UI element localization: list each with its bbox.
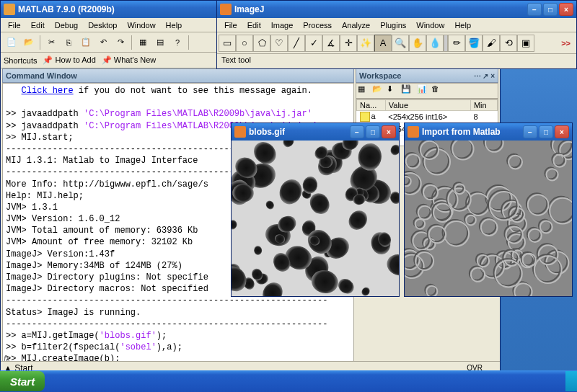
tool-oval-icon[interactable]: ○ bbox=[236, 35, 253, 52]
simulink-icon[interactable]: ▦ bbox=[135, 35, 151, 50]
tool-brush-icon[interactable]: 🖌 bbox=[483, 35, 500, 52]
imagej-title: ImageJ bbox=[234, 4, 527, 14]
maximize-button[interactable]: □ bbox=[366, 125, 380, 138]
howto-link[interactable]: 📌 How to Add bbox=[43, 55, 95, 65]
imagej-status: Text tool bbox=[217, 54, 576, 68]
tool-hand-icon[interactable]: ✋ bbox=[409, 35, 426, 52]
whatsnew-link[interactable]: 📌 What's New bbox=[102, 55, 156, 65]
open-icon[interactable]: 📂 bbox=[21, 35, 37, 50]
blobs-titlebar[interactable]: blobs.gif − □ × bbox=[232, 123, 399, 141]
tool-dev-icon[interactable]: ▣ bbox=[517, 35, 534, 52]
tool-overflow-icon[interactable]: >> bbox=[557, 39, 575, 48]
maximize-button[interactable]: □ bbox=[539, 125, 553, 138]
close-button[interactable]: × bbox=[555, 125, 569, 138]
menu-desktop[interactable]: Desktop bbox=[84, 19, 121, 31]
import-titlebar[interactable]: Import from Matlab − □ × bbox=[405, 123, 572, 141]
blobs-window: blobs.gif − □ × bbox=[231, 122, 400, 297]
imagej-titlebar[interactable]: ImageJ − □ × bbox=[217, 1, 576, 18]
tool-sync-icon[interactable]: ⟲ bbox=[500, 35, 517, 52]
imagej-menubar: File Edit Image Process Analyze Plugins … bbox=[217, 18, 576, 32]
new-var-icon[interactable]: ▦ bbox=[358, 84, 371, 97]
copy-icon[interactable]: ⎘ bbox=[61, 35, 76, 50]
menu-file[interactable]: File bbox=[4, 19, 25, 31]
tool-line-icon[interactable]: ╱ bbox=[288, 35, 305, 52]
close-button[interactable]: × bbox=[382, 125, 396, 138]
shortcuts-label: Shortcuts bbox=[4, 56, 37, 65]
paste-icon[interactable]: 📋 bbox=[78, 35, 94, 50]
tool-flood-icon[interactable]: 🪣 bbox=[465, 35, 483, 52]
blobs-image[interactable] bbox=[232, 141, 399, 296]
menu-debug[interactable]: Debug bbox=[50, 19, 82, 31]
imagej-icon bbox=[220, 4, 232, 15]
cut-icon[interactable]: ✂ bbox=[43, 35, 59, 50]
tool-dropper-icon[interactable]: 💧 bbox=[426, 35, 444, 52]
menu-edit[interactable]: Edit bbox=[27, 19, 49, 31]
maximize-button[interactable]: □ bbox=[543, 3, 558, 16]
guide-icon[interactable]: ▤ bbox=[152, 35, 168, 50]
ij-menu-help[interactable]: Help bbox=[450, 19, 475, 31]
workspace-title[interactable]: Workspace ⋯ ↗ × bbox=[356, 68, 498, 83]
new-file-icon[interactable]: 📄 bbox=[4, 35, 19, 50]
import-title: Import from Matlab bbox=[422, 127, 523, 137]
ij-menu-image[interactable]: Image bbox=[267, 19, 298, 31]
import-window: Import from Matlab − □ × bbox=[404, 122, 573, 297]
imagej-toolbar: ▭ ○ ⬠ ♡ ╱ ✓ ∡ ✛ ✨ A 🔍 ✋ 💧 ✏ 🪣 🖌 ⟲ ▣ >> bbox=[217, 32, 576, 54]
undo-icon[interactable]: ↶ bbox=[95, 35, 111, 50]
imagej-icon bbox=[234, 126, 246, 138]
redo-icon[interactable]: ↷ bbox=[113, 35, 128, 50]
minimize-button[interactable]: − bbox=[523, 125, 537, 138]
ij-menu-process[interactable]: Process bbox=[299, 19, 336, 31]
blobs-title: blobs.gif bbox=[249, 127, 350, 137]
ij-menu-plugins[interactable]: Plugins bbox=[376, 19, 410, 31]
ws-col-value[interactable]: Value bbox=[385, 100, 470, 111]
start-button[interactable]: Start bbox=[0, 371, 45, 391]
save-icon[interactable]: 💾 bbox=[401, 84, 414, 97]
command-window-title[interactable]: Command Window bbox=[2, 68, 354, 83]
table-row[interactable]: a<254x256 int16>8 bbox=[357, 111, 498, 123]
import-image[interactable] bbox=[405, 141, 572, 296]
tool-segline-icon[interactable]: ✓ bbox=[305, 35, 322, 52]
minimize-button[interactable]: − bbox=[527, 3, 542, 16]
tool-pencil-icon[interactable]: ✏ bbox=[448, 35, 465, 52]
tool-poly-icon[interactable]: ⬠ bbox=[253, 35, 270, 52]
delete-icon[interactable]: 🗑 bbox=[431, 84, 444, 97]
tool-magnify-icon[interactable]: 🔍 bbox=[392, 35, 409, 52]
import-icon[interactable]: ⬇ bbox=[387, 84, 400, 97]
tool-angle-icon[interactable]: ∡ bbox=[322, 35, 340, 52]
workspace-toolbar: ▦ 📂 ⬇ 💾 📊 🗑 bbox=[356, 83, 498, 99]
tool-point-icon[interactable]: ✛ bbox=[340, 35, 357, 52]
ij-menu-analyze[interactable]: Analyze bbox=[338, 19, 374, 31]
close-button[interactable]: × bbox=[559, 3, 573, 16]
tool-rect-icon[interactable]: ▭ bbox=[219, 35, 236, 52]
matlab-icon bbox=[4, 4, 15, 15]
menu-help[interactable]: Help bbox=[162, 19, 187, 31]
ij-menu-edit[interactable]: Edit bbox=[243, 19, 265, 31]
system-tray[interactable] bbox=[565, 371, 577, 391]
imagej-icon bbox=[408, 126, 419, 138]
ij-menu-file[interactable]: File bbox=[220, 19, 242, 31]
ij-menu-window[interactable]: Window bbox=[412, 19, 449, 31]
imagej-window: ImageJ − □ × File Edit Image Process Ana… bbox=[216, 0, 577, 69]
open-var-icon[interactable]: 📂 bbox=[372, 84, 385, 97]
tool-text-icon[interactable]: A bbox=[374, 35, 392, 52]
windows-taskbar: Start bbox=[0, 370, 577, 392]
tool-freehand-icon[interactable]: ♡ bbox=[270, 35, 288, 52]
menu-window[interactable]: Window bbox=[123, 19, 159, 31]
minimize-button[interactable]: − bbox=[350, 125, 364, 138]
panel-menu-icon[interactable]: ⋯ ↗ × bbox=[474, 72, 495, 80]
plot-icon[interactable]: 📊 bbox=[417, 84, 430, 97]
ws-col-name[interactable]: Na... bbox=[357, 100, 386, 111]
help-icon[interactable]: ? bbox=[169, 35, 185, 50]
ws-col-min[interactable]: Min bbox=[470, 100, 497, 111]
tool-wand-icon[interactable]: ✨ bbox=[357, 35, 374, 52]
